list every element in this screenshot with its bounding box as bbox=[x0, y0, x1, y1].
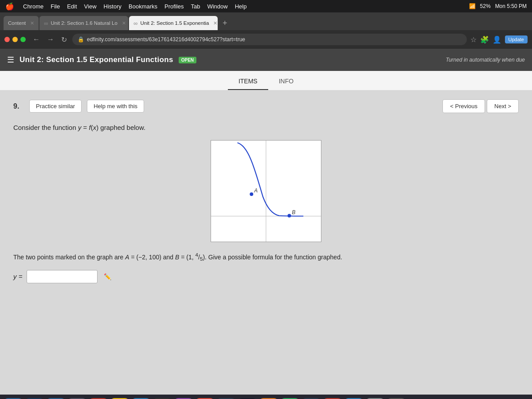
tab-unit15[interactable]: ∞ Unit 2: Section 1.5 Exponentia ✕ bbox=[129, 16, 218, 30]
question-navigation: < Previous Next > bbox=[442, 99, 519, 113]
dock: 🔍 🚀 🌐 🖼️ 📅 6 📝 📁 🎵 🎙️ 📰 9 🎤 📺 atv 📚 ♿ ⏰ … bbox=[0, 395, 532, 399]
menu-file[interactable]: File bbox=[51, 3, 60, 10]
url-text: edfinity.com/assessments/63e176143216d40… bbox=[87, 36, 245, 43]
maximize-button[interactable] bbox=[20, 37, 26, 42]
previous-button[interactable]: < Previous bbox=[442, 99, 485, 113]
graph-container: A B bbox=[13, 140, 519, 242]
question-text: Consider the function y = f(x) graphed b… bbox=[13, 124, 519, 131]
menu-history[interactable]: History bbox=[104, 3, 121, 10]
tab-unit15-label: Unit 2: Section 1.5 Exponentia bbox=[141, 20, 209, 26]
content-tabs: ITEMS INFO bbox=[0, 71, 532, 90]
content-area: ITEMS INFO 9. Practice similar Help me w… bbox=[0, 71, 532, 395]
address-bar: ← → ↻ 🔒 edfinity.com/assessments/63e1761… bbox=[0, 30, 532, 49]
question-area: 9. Practice similar Help me with this < … bbox=[0, 90, 532, 395]
menu-window[interactable]: Window bbox=[207, 3, 227, 10]
menu-view[interactable]: View bbox=[84, 3, 97, 10]
tab-info[interactable]: INFO bbox=[268, 73, 304, 90]
menu-edit[interactable]: Edit bbox=[67, 3, 77, 10]
next-button[interactable]: Next > bbox=[487, 99, 519, 113]
extension-icon[interactable]: 🧩 bbox=[480, 35, 489, 44]
battery-indicator: 52% bbox=[480, 3, 491, 9]
practice-similar-button[interactable]: Practice similar bbox=[29, 100, 82, 113]
svg-point-2 bbox=[250, 192, 253, 196]
pencil-icon: ✏️ bbox=[104, 273, 111, 280]
menu-profiles[interactable]: Profiles bbox=[164, 3, 184, 10]
question-number: 9. bbox=[13, 102, 24, 110]
menu-bookmarks[interactable]: Bookmarks bbox=[129, 3, 157, 10]
refresh-button[interactable]: ↻ bbox=[59, 35, 69, 45]
page-header: ☰ Unit 2: Section 1.5 Exponential Functi… bbox=[0, 49, 532, 71]
tab-content[interactable]: Content ✕ bbox=[4, 16, 39, 30]
tab-content-close[interactable]: ✕ bbox=[30, 20, 34, 26]
traffic-lights bbox=[4, 37, 26, 42]
clock: Mon 5:50 PM bbox=[495, 3, 527, 9]
svg-text:B: B bbox=[292, 209, 295, 215]
bottom-description: The two points marked on the graph are A… bbox=[13, 251, 519, 263]
turned-in-text: Turned in automatically when due bbox=[446, 57, 525, 63]
question-content: Consider the function y = f(x) graphed b… bbox=[13, 124, 519, 292]
infinity-icon-2: ∞ bbox=[133, 20, 137, 27]
addressbar-right: ☆ 🧩 👤 Update bbox=[470, 35, 528, 44]
apple-menu[interactable]: 🍎 bbox=[5, 2, 14, 11]
url-bar[interactable]: 🔒 edfinity.com/assessments/63e176143216d… bbox=[72, 34, 467, 45]
page-title: Unit 2: Section 1.5 Exponential Function… bbox=[20, 55, 173, 64]
menubar-right: 📶 52% Mon 5:50 PM bbox=[469, 3, 527, 9]
tab-unit16-label: Unit 2: Section 1.6 Natural Lo bbox=[51, 20, 117, 26]
tab-unit16-close[interactable]: ✕ bbox=[122, 20, 126, 26]
tab-content-label: Content bbox=[8, 20, 26, 26]
graph-box: A B bbox=[211, 140, 321, 242]
new-tab-button[interactable]: + bbox=[219, 17, 231, 29]
menu-chrome[interactable]: Chrome bbox=[23, 3, 43, 10]
answer-label: y = bbox=[13, 273, 22, 280]
question-header: 9. Practice similar Help me with this < … bbox=[13, 99, 519, 113]
lock-icon: 🔒 bbox=[78, 36, 84, 43]
wifi-icon: 📶 bbox=[469, 3, 476, 9]
hamburger-menu[interactable]: ☰ bbox=[7, 55, 14, 65]
close-button[interactable] bbox=[4, 37, 10, 42]
browser-tabbar: Content ✕ ∞ Unit 2: Section 1.6 Natural … bbox=[0, 12, 532, 30]
back-button[interactable]: ← bbox=[31, 35, 42, 44]
update-button[interactable]: Update bbox=[505, 35, 528, 43]
tab-items[interactable]: ITEMS bbox=[228, 73, 268, 90]
graph-svg: A B bbox=[211, 141, 321, 242]
open-badge: OPEN bbox=[179, 57, 196, 63]
menu-tab[interactable]: Tab bbox=[191, 3, 200, 10]
menu-bar: 🍎 Chrome File Edit View History Bookmark… bbox=[0, 0, 532, 12]
minimize-button[interactable] bbox=[12, 37, 18, 42]
profile-icon[interactable]: 👤 bbox=[493, 35, 501, 44]
tab-unit16[interactable]: ∞ Unit 2: Section 1.6 Natural Lo ✕ bbox=[39, 16, 128, 30]
answer-row: y = ✏️ bbox=[13, 270, 519, 283]
forward-button[interactable]: → bbox=[45, 35, 56, 44]
infinity-icon-1: ∞ bbox=[44, 20, 48, 27]
help-button[interactable]: Help me with this bbox=[87, 100, 144, 113]
star-icon[interactable]: ☆ bbox=[470, 35, 477, 44]
svg-text:A: A bbox=[254, 188, 258, 194]
menu-help[interactable]: Help bbox=[235, 3, 247, 10]
svg-point-3 bbox=[288, 214, 291, 218]
answer-input[interactable] bbox=[27, 270, 98, 283]
tab-unit15-close[interactable]: ✕ bbox=[213, 20, 217, 26]
